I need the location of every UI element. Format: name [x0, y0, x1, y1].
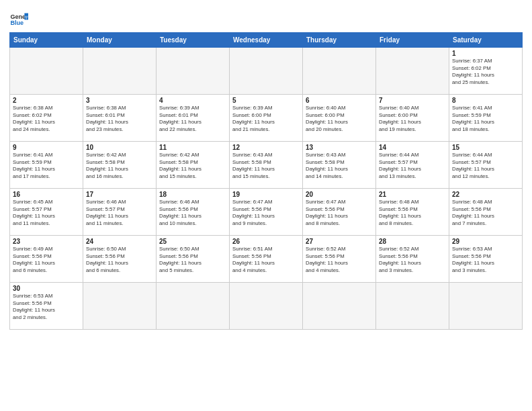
day-info: Sunrise: 6:49 AM Sunset: 5:56 PM Dayligh… [13, 246, 80, 274]
calendar-cell: 27Sunrise: 6:52 AM Sunset: 5:56 PM Dayli… [303, 236, 376, 283]
calendar-cell: 14Sunrise: 6:44 AM Sunset: 5:57 PM Dayli… [376, 142, 449, 189]
calendar-cell: 16Sunrise: 6:45 AM Sunset: 5:57 PM Dayli… [10, 189, 83, 236]
day-info: Sunrise: 6:41 AM Sunset: 5:59 PM Dayligh… [13, 152, 80, 180]
day-info: Sunrise: 6:48 AM Sunset: 5:56 PM Dayligh… [452, 199, 519, 227]
day-number: 6 [306, 97, 373, 104]
day-info: Sunrise: 6:45 AM Sunset: 5:57 PM Dayligh… [13, 199, 80, 227]
day-number: 18 [159, 191, 226, 198]
day-number: 11 [159, 144, 226, 151]
calendar-cell: 23Sunrise: 6:49 AM Sunset: 5:56 PM Dayli… [10, 236, 83, 283]
day-info: Sunrise: 6:48 AM Sunset: 5:56 PM Dayligh… [379, 199, 446, 227]
day-info: Sunrise: 6:44 AM Sunset: 5:57 PM Dayligh… [452, 152, 519, 180]
weekday-header-row: SundayMondayTuesdayWednesdayThursdayFrid… [10, 33, 523, 48]
day-number: 12 [232, 144, 300, 151]
calendar-cell [157, 48, 230, 95]
calendar-cell: 29Sunrise: 6:53 AM Sunset: 5:56 PM Dayli… [449, 236, 523, 283]
day-info: Sunrise: 6:43 AM Sunset: 5:58 PM Dayligh… [232, 152, 300, 180]
day-info: Sunrise: 6:51 AM Sunset: 5:56 PM Dayligh… [232, 246, 300, 274]
weekday-header-sunday: Sunday [10, 33, 83, 48]
calendar-cell: 30Sunrise: 6:53 AM Sunset: 5:56 PM Dayli… [10, 283, 83, 330]
logo-icon: General Blue [9, 9, 28, 28]
calendar-cell: 21Sunrise: 6:48 AM Sunset: 5:56 PM Dayli… [376, 189, 449, 236]
day-number: 17 [86, 191, 153, 198]
day-number: 26 [232, 238, 300, 245]
day-number: 7 [379, 97, 446, 104]
day-info: Sunrise: 6:38 AM Sunset: 6:02 PM Dayligh… [13, 105, 80, 133]
day-number: 16 [13, 191, 80, 198]
calendar-cell: 3Sunrise: 6:38 AM Sunset: 6:01 PM Daylig… [83, 95, 157, 142]
calendar-cell: 12Sunrise: 6:43 AM Sunset: 5:58 PM Dayli… [230, 142, 303, 189]
day-info: Sunrise: 6:39 AM Sunset: 6:00 PM Dayligh… [232, 105, 300, 133]
day-number: 29 [452, 238, 519, 245]
day-info: Sunrise: 6:47 AM Sunset: 5:56 PM Dayligh… [232, 199, 300, 227]
day-info: Sunrise: 6:52 AM Sunset: 5:56 PM Dayligh… [379, 246, 446, 274]
day-number: 21 [379, 191, 446, 198]
calendar-cell: 6Sunrise: 6:40 AM Sunset: 6:00 PM Daylig… [303, 95, 376, 142]
calendar-cell: 18Sunrise: 6:46 AM Sunset: 5:56 PM Dayli… [157, 189, 230, 236]
day-info: Sunrise: 6:42 AM Sunset: 5:58 PM Dayligh… [159, 152, 226, 180]
calendar-cell: 9Sunrise: 6:41 AM Sunset: 5:59 PM Daylig… [10, 142, 83, 189]
calendar-cell: 19Sunrise: 6:47 AM Sunset: 5:56 PM Dayli… [230, 189, 303, 236]
calendar-cell [83, 283, 157, 330]
day-number: 20 [306, 191, 373, 198]
day-number: 8 [452, 97, 519, 104]
calendar-cell: 25Sunrise: 6:50 AM Sunset: 5:56 PM Dayli… [157, 236, 230, 283]
calendar-cell [83, 48, 157, 95]
calendar-week-row: 2Sunrise: 6:38 AM Sunset: 6:02 PM Daylig… [10, 95, 523, 142]
day-info: Sunrise: 6:37 AM Sunset: 6:02 PM Dayligh… [452, 58, 519, 86]
day-number: 19 [232, 191, 300, 198]
calendar-cell: 11Sunrise: 6:42 AM Sunset: 5:58 PM Dayli… [157, 142, 230, 189]
day-number: 5 [232, 97, 300, 104]
day-info: Sunrise: 6:46 AM Sunset: 5:56 PM Dayligh… [159, 199, 226, 227]
calendar-cell: 2Sunrise: 6:38 AM Sunset: 6:02 PM Daylig… [10, 95, 83, 142]
calendar-cell: 20Sunrise: 6:47 AM Sunset: 5:56 PM Dayli… [303, 189, 376, 236]
day-info: Sunrise: 6:40 AM Sunset: 6:00 PM Dayligh… [379, 105, 446, 133]
calendar-week-row: 30Sunrise: 6:53 AM Sunset: 5:56 PM Dayli… [10, 283, 523, 330]
day-number: 9 [13, 144, 80, 151]
day-number: 15 [452, 144, 519, 151]
day-number: 23 [13, 238, 80, 245]
weekday-header-tuesday: Tuesday [157, 33, 230, 48]
calendar-cell: 15Sunrise: 6:44 AM Sunset: 5:57 PM Dayli… [449, 142, 523, 189]
day-number: 28 [379, 238, 446, 245]
weekday-header-friday: Friday [376, 33, 449, 48]
weekday-header-saturday: Saturday [449, 33, 523, 48]
day-info: Sunrise: 6:46 AM Sunset: 5:57 PM Dayligh… [86, 199, 153, 227]
day-number: 13 [306, 144, 373, 151]
calendar-week-row: 1Sunrise: 6:37 AM Sunset: 6:02 PM Daylig… [10, 48, 523, 95]
calendar-table: SundayMondayTuesdayWednesdayThursdayFrid… [9, 32, 523, 330]
calendar-cell: 24Sunrise: 6:50 AM Sunset: 5:56 PM Dayli… [83, 236, 157, 283]
calendar-cell: 28Sunrise: 6:52 AM Sunset: 5:56 PM Dayli… [376, 236, 449, 283]
calendar-cell: 13Sunrise: 6:43 AM Sunset: 5:58 PM Dayli… [303, 142, 376, 189]
day-number: 1 [452, 50, 519, 57]
header: General Blue [9, 7, 523, 28]
day-number: 4 [159, 97, 226, 104]
calendar-cell [230, 283, 303, 330]
day-info: Sunrise: 6:41 AM Sunset: 5:59 PM Dayligh… [452, 105, 519, 133]
calendar-cell: 26Sunrise: 6:51 AM Sunset: 5:56 PM Dayli… [230, 236, 303, 283]
calendar-cell [376, 283, 449, 330]
weekday-header-wednesday: Wednesday [230, 33, 303, 48]
day-info: Sunrise: 6:43 AM Sunset: 5:58 PM Dayligh… [306, 152, 373, 180]
day-info: Sunrise: 6:50 AM Sunset: 5:56 PM Dayligh… [159, 246, 226, 274]
day-number: 30 [13, 285, 80, 292]
day-number: 3 [86, 97, 153, 104]
calendar-week-row: 9Sunrise: 6:41 AM Sunset: 5:59 PM Daylig… [10, 142, 523, 189]
logo: General Blue [9, 9, 31, 28]
day-number: 10 [86, 144, 153, 151]
calendar-cell: 17Sunrise: 6:46 AM Sunset: 5:57 PM Dayli… [83, 189, 157, 236]
calendar-week-row: 23Sunrise: 6:49 AM Sunset: 5:56 PM Dayli… [10, 236, 523, 283]
page: General Blue SundayMondayTuesdayWednesda… [0, 0, 532, 411]
calendar-cell: 1Sunrise: 6:37 AM Sunset: 6:02 PM Daylig… [449, 48, 523, 95]
calendar-cell [303, 283, 376, 330]
calendar-cell: 8Sunrise: 6:41 AM Sunset: 5:59 PM Daylig… [449, 95, 523, 142]
calendar-cell [303, 48, 376, 95]
day-info: Sunrise: 6:44 AM Sunset: 5:57 PM Dayligh… [379, 152, 446, 180]
calendar-cell: 4Sunrise: 6:39 AM Sunset: 6:01 PM Daylig… [157, 95, 230, 142]
svg-text:Blue: Blue [10, 19, 24, 26]
day-number: 27 [306, 238, 373, 245]
day-info: Sunrise: 6:53 AM Sunset: 5:56 PM Dayligh… [13, 293, 80, 321]
calendar-cell: 5Sunrise: 6:39 AM Sunset: 6:00 PM Daylig… [230, 95, 303, 142]
calendar-cell [157, 283, 230, 330]
calendar-cell [376, 48, 449, 95]
